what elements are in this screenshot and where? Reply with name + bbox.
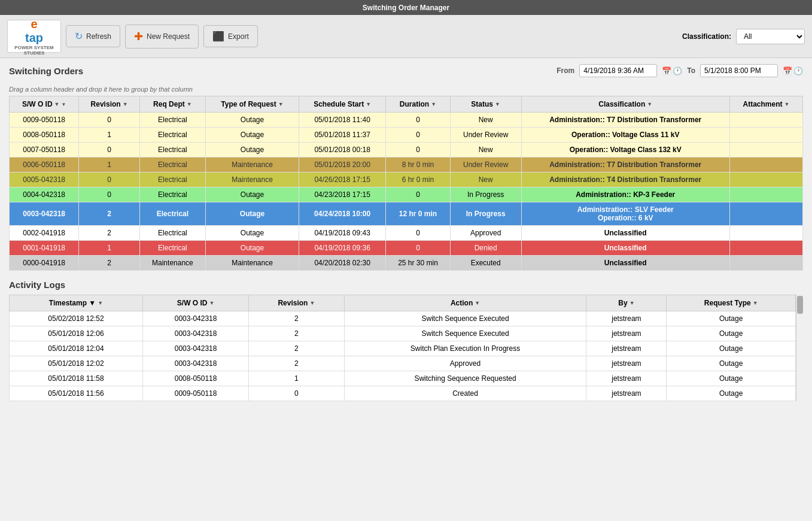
from-label: From xyxy=(556,66,574,75)
classification-select[interactable]: All Administration Operation xyxy=(736,29,805,44)
table-header-row: S/W O ID ▼ ▼ Revision ▼ Req Dept ▼ Type … xyxy=(10,96,803,113)
activity-col-action[interactable]: Action ▼ xyxy=(344,295,586,311)
col-classification[interactable]: Classification ▼ xyxy=(521,96,729,113)
table-row[interactable]: 0003-0423182ElectricalOutage04/24/2018 1… xyxy=(10,202,803,226)
bottom-section: Activity Logs Timestamp ▼ ▼ S/W O ID ▼ R… xyxy=(0,277,812,407)
activity-col-revision[interactable]: Revision ▼ xyxy=(249,295,344,311)
col-swoid[interactable]: S/W O ID ▼ ▼ xyxy=(10,96,79,113)
table-row[interactable]: 0008-0501181ElectricalOutage05/01/2018 1… xyxy=(10,128,803,143)
table-row[interactable]: 0002-0419182ElectricalOutage04/19/2018 0… xyxy=(10,226,803,241)
activity-logs-table: Timestamp ▼ ▼ S/W O ID ▼ Revision ▼ Acti… xyxy=(9,295,796,401)
drag-hint: Drag a column header and drop it here to… xyxy=(9,86,803,93)
list-item[interactable]: 05/01/2018 12:020003-0423182Approvedjets… xyxy=(10,356,796,371)
col-revision[interactable]: Revision ▼ xyxy=(79,96,139,113)
col-attachment[interactable]: Attachment ▼ xyxy=(729,96,802,113)
export-label: Export xyxy=(228,32,249,41)
list-item[interactable]: 05/02/2018 12:520003-0423182Switch Seque… xyxy=(10,311,796,326)
export-icon: ⬛ xyxy=(212,31,224,42)
main-content: Switching Orders From 📅 🕐 To 📅 🕐 Drag a … xyxy=(0,58,812,277)
activity-col-timestamp[interactable]: Timestamp ▼ ▼ xyxy=(10,295,143,311)
title-bar: Switching Order Manager xyxy=(0,0,812,15)
switching-orders-title: Switching Orders xyxy=(9,66,83,76)
date-filter: From 📅 🕐 To 📅 🕐 xyxy=(556,64,803,77)
table-row[interactable]: 0005-0423180ElectricalMaintenance04/26/2… xyxy=(10,172,803,187)
list-item[interactable]: 05/01/2018 11:560009-0501180Createdjetst… xyxy=(10,386,796,401)
new-request-icon: ✚ xyxy=(134,30,143,43)
table-row[interactable]: 0001-0419181ElectricalOutage04/19/2018 0… xyxy=(10,241,803,256)
new-request-label: New Request xyxy=(147,32,190,41)
col-schedulestart[interactable]: Schedule Start ▼ xyxy=(299,96,386,113)
classification-area: Classification: All Administration Opera… xyxy=(682,29,805,44)
export-button[interactable]: ⬛ Export xyxy=(203,25,258,47)
from-calendar-icon[interactable]: 📅 xyxy=(662,66,671,75)
scrollbar-thumb[interactable] xyxy=(797,296,803,314)
to-label: To xyxy=(687,66,695,75)
refresh-button[interactable]: ↻ Refresh xyxy=(66,25,120,47)
scrollbar[interactable] xyxy=(796,295,803,401)
activity-logs-title: Activity Logs xyxy=(9,280,803,290)
new-request-button[interactable]: ✚ New Request xyxy=(125,25,199,49)
from-clock-icon[interactable]: 🕐 xyxy=(673,66,682,75)
switching-orders-table: S/W O ID ▼ ▼ Revision ▼ Req Dept ▼ Type … xyxy=(9,96,803,271)
col-reqdept[interactable]: Req Dept ▼ xyxy=(139,96,205,113)
to-date-input[interactable] xyxy=(700,64,778,77)
toolbar: etap POWER SYSTEM STUDIES ↻ Refresh ✚ Ne… xyxy=(0,15,812,58)
activity-col-by[interactable]: By ▼ xyxy=(586,295,667,311)
table-row[interactable]: 0007-0501180ElectricalOutage05/01/2018 0… xyxy=(10,143,803,157)
table-row[interactable]: 0000-0419182MaintenanceMaintenance04/20/… xyxy=(10,256,803,271)
refresh-label: Refresh xyxy=(86,32,111,41)
col-duration[interactable]: Duration ▼ xyxy=(386,96,451,113)
activity-col-requesttype[interactable]: Request Type ▼ xyxy=(667,295,796,311)
list-item[interactable]: 05/01/2018 11:580008-0501181Switching Se… xyxy=(10,371,796,386)
activity-col-swoid[interactable]: S/W O ID ▼ xyxy=(143,295,249,311)
table-row[interactable]: 0004-0423180ElectricalOutage04/23/2018 1… xyxy=(10,187,803,202)
col-status[interactable]: Status ▼ xyxy=(450,96,521,113)
table-row[interactable]: 0009-0501180ElectricalOutage05/01/2018 1… xyxy=(10,113,803,128)
classification-label: Classification: xyxy=(682,32,731,41)
table-row[interactable]: 0006-0501181ElectricalMaintenance05/01/2… xyxy=(10,157,803,172)
activity-logs-container: Timestamp ▼ ▼ S/W O ID ▼ Revision ▼ Acti… xyxy=(9,295,803,401)
list-item[interactable]: 05/01/2018 12:060003-0423182Switch Seque… xyxy=(10,326,796,341)
refresh-icon: ↻ xyxy=(75,31,83,42)
col-typeofrequest[interactable]: Type of Request ▼ xyxy=(205,96,299,113)
title-label: Switching Order Manager xyxy=(363,4,449,12)
etap-logo: etap POWER SYSTEM STUDIES xyxy=(7,20,61,53)
from-date-input[interactable] xyxy=(579,64,657,77)
to-calendar-icon[interactable]: 📅 xyxy=(783,66,792,75)
list-item[interactable]: 05/01/2018 12:040003-0423182Switch Plan … xyxy=(10,341,796,356)
to-clock-icon[interactable]: 🕐 xyxy=(793,66,803,75)
activity-header-row: Timestamp ▼ ▼ S/W O ID ▼ Revision ▼ Acti… xyxy=(10,295,796,311)
